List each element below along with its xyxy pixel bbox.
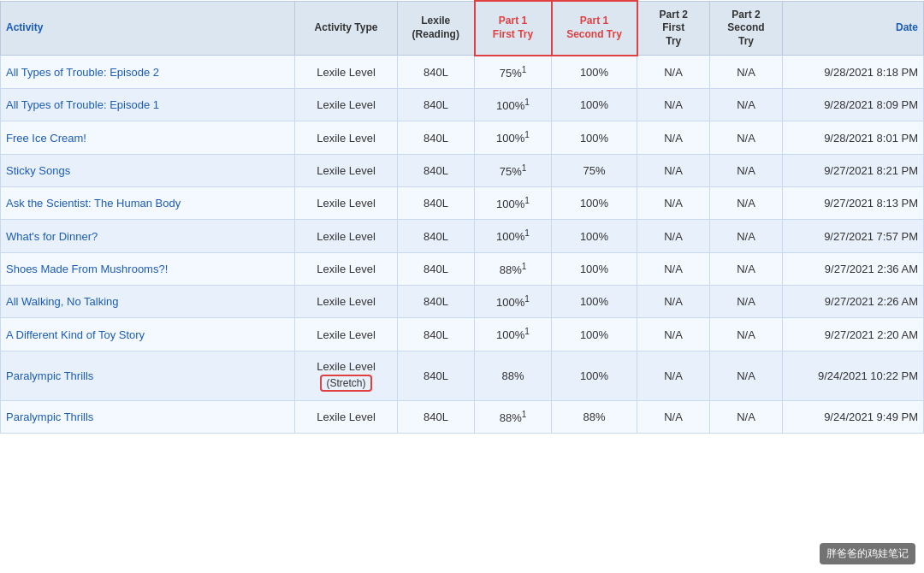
- type-cell: Lexile Level: [295, 89, 398, 121]
- date-cell: 9/24/2021 9:49 PM: [783, 400, 924, 433]
- sup-note: 1: [524, 228, 530, 238]
- col-header-p1second: Part 1Second Try: [552, 1, 637, 56]
- sup-note: 1: [524, 196, 530, 205]
- sup-note: 1: [522, 410, 527, 419]
- date-cell: 9/27/2021 8:21 PM: [783, 154, 924, 186]
- activity-link[interactable]: A Different Kind of Toy Story: [6, 328, 145, 341]
- p1second-cell: 100%: [552, 187, 637, 220]
- activity-link[interactable]: Ask the Scientist: The Human Body: [6, 197, 181, 210]
- sup-note: 1: [522, 262, 527, 271]
- lexile-cell: 840L: [398, 351, 475, 400]
- table-row: What's for Dinner?Lexile Level840L100%11…: [1, 220, 924, 252]
- type-cell: Lexile Level: [295, 318, 398, 351]
- type-cell: Lexile Level: [295, 154, 398, 186]
- lexile-cell: 840L: [398, 56, 475, 89]
- col-header-date[interactable]: Date: [783, 1, 924, 56]
- activity-cell: Free Ice Cream!: [1, 121, 295, 154]
- p1first-cell: 100%1: [475, 187, 552, 220]
- type-cell: Lexile Level: [295, 187, 398, 220]
- col-header-p1first: Part 1First Try: [475, 1, 552, 56]
- type-cell: Lexile Level: [295, 220, 398, 252]
- lexile-cell: 840L: [398, 89, 475, 121]
- p2first-cell: N/A: [637, 252, 710, 285]
- p1second-cell: 100%: [552, 89, 637, 121]
- p2first-cell: N/A: [637, 318, 710, 351]
- table-row: Paralympic ThrillsLexile Level840L88%188…: [1, 400, 924, 433]
- activity-cell: Sticky Songs: [1, 154, 295, 186]
- type-cell: Lexile Level(Stretch): [295, 351, 398, 400]
- date-cell: 9/28/2021 8:01 PM: [783, 121, 924, 154]
- date-cell: 9/28/2021 8:09 PM: [783, 89, 924, 121]
- lexile-cell: 840L: [398, 220, 475, 252]
- activity-cell: Ask the Scientist: The Human Body: [1, 187, 295, 220]
- activity-link[interactable]: Shoes Made From Mushrooms?!: [6, 263, 168, 275]
- p2second-cell: N/A: [710, 286, 783, 318]
- p2second-cell: N/A: [710, 318, 783, 351]
- p1first-cell: 100%1: [475, 121, 552, 154]
- p1first-cell: 100%1: [475, 220, 552, 252]
- activity-cell: All Walking, No Talking: [1, 286, 295, 318]
- p2first-cell: N/A: [637, 220, 710, 252]
- p1second-cell: 75%: [552, 154, 637, 186]
- p1first-cell: 100%1: [475, 286, 552, 318]
- date-cell: 9/27/2021 8:13 PM: [783, 187, 924, 220]
- col-header-lexile: Lexile(Reading): [398, 1, 475, 56]
- p2second-cell: N/A: [710, 400, 783, 433]
- activity-cell: Paralympic Thrills: [1, 400, 295, 433]
- activity-link[interactable]: Free Ice Cream!: [6, 132, 86, 145]
- lexile-cell: 840L: [398, 318, 475, 351]
- p1first-cell: 75%1: [475, 56, 552, 89]
- activity-cell: Shoes Made From Mushrooms?!: [1, 252, 295, 285]
- date-cell: 9/27/2021 7:57 PM: [783, 220, 924, 252]
- table-body: All Types of Trouble: Episode 2Lexile Le…: [1, 56, 924, 434]
- col-header-link-activity[interactable]: Activity: [6, 21, 43, 33]
- date-cell: 9/24/2021 10:22 PM: [783, 351, 924, 400]
- type-cell: Lexile Level: [295, 252, 398, 285]
- p1first-cell: 88%1: [475, 252, 552, 285]
- p2first-cell: N/A: [637, 154, 710, 186]
- col-header-activity[interactable]: Activity: [1, 1, 295, 56]
- stretch-badge: (Stretch): [320, 375, 371, 392]
- table-row: All Types of Trouble: Episode 1Lexile Le…: [1, 89, 924, 121]
- p2second-cell: N/A: [710, 252, 783, 285]
- col-header-link-date[interactable]: Date: [896, 21, 918, 33]
- p1first-cell: 100%1: [475, 318, 552, 351]
- sup-note: 1: [522, 65, 527, 74]
- p2first-cell: N/A: [637, 121, 710, 154]
- col-header-p2second: Part 2SecondTry: [710, 1, 783, 56]
- activity-cell: Paralympic Thrills: [1, 351, 295, 400]
- sup-note: 1: [524, 327, 530, 336]
- activity-link[interactable]: All Walking, No Talking: [6, 295, 119, 308]
- sup-note: 1: [524, 130, 530, 139]
- p1first-cell: 88%: [475, 351, 552, 400]
- sup-note: 1: [524, 97, 530, 107]
- p1second-cell: 100%: [552, 318, 637, 351]
- lexile-cell: 840L: [398, 286, 475, 318]
- date-cell: 9/27/2021 2:36 AM: [783, 252, 924, 285]
- p1second-cell: 100%: [552, 56, 637, 89]
- p2second-cell: N/A: [710, 154, 783, 186]
- date-cell: 9/27/2021 2:26 AM: [783, 286, 924, 318]
- activity-cell: A Different Kind of Toy Story: [1, 318, 295, 351]
- activity-link[interactable]: All Types of Trouble: Episode 1: [6, 98, 159, 111]
- col-header-p2first: Part 2FirstTry: [637, 1, 710, 56]
- activity-link[interactable]: Sticky Songs: [6, 164, 70, 177]
- table-header-row: ActivityActivity TypeLexile(Reading)Part…: [1, 1, 924, 56]
- lexile-cell: 840L: [398, 187, 475, 220]
- activity-link[interactable]: All Types of Trouble: Episode 2: [6, 66, 159, 79]
- p1second-cell: 88%: [552, 400, 637, 433]
- p2second-cell: N/A: [710, 220, 783, 252]
- p2first-cell: N/A: [637, 351, 710, 400]
- date-cell: 9/27/2021 2:20 AM: [783, 318, 924, 351]
- main-table-container: ActivityActivity TypeLexile(Reading)Part…: [0, 0, 924, 434]
- col-header-type: Activity Type: [295, 1, 398, 56]
- type-cell: Lexile Level: [295, 400, 398, 433]
- type-cell: Lexile Level: [295, 286, 398, 318]
- activity-link[interactable]: Paralympic Thrills: [6, 369, 93, 382]
- p2second-cell: N/A: [710, 56, 783, 89]
- p2second-cell: N/A: [710, 89, 783, 121]
- activity-link[interactable]: What's for Dinner?: [6, 230, 98, 243]
- activity-link[interactable]: Paralympic Thrills: [6, 411, 93, 423]
- lexile-cell: 840L: [398, 252, 475, 285]
- p1second-cell: 100%: [552, 252, 637, 285]
